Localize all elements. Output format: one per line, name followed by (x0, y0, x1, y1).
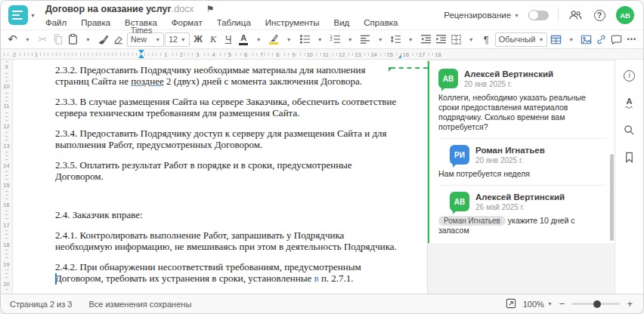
comment-body: Коллеги, необходимо указать реальные сро… (438, 93, 605, 132)
ruler-label: 14 (2, 162, 11, 170)
align-left-button[interactable] (358, 32, 373, 48)
table-dropdown[interactable]: ▼ (564, 32, 578, 48)
numbered-list-button[interactable]: 1 2 (328, 32, 342, 48)
line-spacing-button[interactable] (389, 32, 403, 48)
comments-panel: АВ Алексей Вертинский 20 янв 2025 г. Кол… (428, 60, 615, 294)
spellcheck-icon[interactable]: А (621, 94, 638, 111)
decrease-indent-button[interactable] (419, 32, 433, 48)
ruler-label: 6 (243, 51, 249, 58)
zoom-slider-knob[interactable] (593, 300, 601, 308)
ruler-label: 20 (2, 281, 11, 288)
undo-dropdown[interactable]: ▼ (20, 32, 35, 48)
ruler-label: 2 (178, 51, 184, 58)
show-formatting-marks-button[interactable]: ¶ (479, 32, 494, 48)
ruler-label: 16 (2, 202, 11, 209)
clear-style-eraser-icon[interactable] (111, 32, 125, 48)
borders-dropdown[interactable]: ▼ (464, 32, 478, 48)
document-text[interactable]: 2.3.2. Предоставить Подрядчику необходим… (13, 60, 427, 284)
ruler-label: 9 (291, 51, 297, 58)
ruler-label: 2 (11, 51, 17, 58)
bold-button[interactable]: Ж (191, 32, 206, 48)
menu-item[interactable]: Файл (45, 18, 67, 27)
comment-date: 20 янв 2025 г. (464, 80, 553, 88)
ruler-label: 18 (2, 242, 11, 249)
comment-body: Роман Игнатьев укажите 10 дней с запасом (438, 216, 605, 236)
help-icon[interactable]: ? (592, 8, 607, 23)
ruler-label: 3 (194, 51, 200, 58)
more-toolbar-button[interactable]: ••• (624, 32, 639, 48)
copy-button[interactable] (51, 32, 65, 48)
paragraph-style-select[interactable]: Обычный▼ (495, 32, 548, 47)
comment-thread-card[interactable]: АВ Алексей Вертинский 20 янв 2025 г. Кол… (428, 61, 615, 243)
text-run: позднее (131, 75, 163, 87)
highlight-color-button[interactable] (267, 32, 281, 48)
comments-list: АВ Алексей Вертинский 20 янв 2025 г. Кол… (438, 69, 605, 236)
text-run: 2.3.3. В случае размещения Сайта на серв… (55, 96, 396, 119)
user-avatar[interactable]: АВ (616, 6, 634, 24)
font-name-select[interactable]: Times New ...▼ (127, 32, 164, 47)
increase-indent-button[interactable] (434, 32, 448, 48)
bullet-list-button[interactable] (298, 32, 312, 48)
ruler-label: 15 (385, 51, 395, 58)
review-toggle[interactable] (528, 11, 549, 20)
italic-button[interactable]: К (206, 32, 221, 48)
paste-button[interactable] (66, 32, 80, 48)
left-indent-marker[interactable] (138, 54, 144, 58)
comment-anchor-connector (391, 67, 428, 69)
insert-link-button[interactable] (594, 32, 608, 48)
line-spacing-dropdown[interactable]: ▼ (404, 32, 418, 48)
font-color-button[interactable]: А (237, 32, 251, 48)
align-dropdown[interactable]: ▼ (373, 32, 388, 48)
undo-button[interactable]: ↶ (5, 32, 20, 48)
font-size-select[interactable]: 12▼ (165, 32, 190, 47)
paragraph: 2.3.2. Предоставить Подрядчику необходим… (55, 64, 400, 87)
comments-scrollbar[interactable] (610, 154, 614, 241)
paragraph-borders-button[interactable] (449, 32, 463, 48)
fit-to-width-icon[interactable] (506, 298, 516, 310)
zoom-slider[interactable] (571, 303, 620, 305)
highlight-color-dropdown[interactable]: ▼ (282, 32, 296, 48)
insert-table-button[interactable] (549, 32, 563, 48)
numbered-list-dropdown[interactable]: ▼ (343, 32, 358, 48)
comment-text-part: Коллеги, необходимо указать реальные сро… (438, 93, 586, 131)
ruler-label: 18 (433, 51, 442, 58)
review-mode-button[interactable]: Рецензирование ▼ (444, 11, 519, 20)
ruler-label: 17 (2, 222, 11, 229)
app-menu-button[interactable]: ▼ (8, 5, 36, 25)
chevron-down-icon: ▼ (514, 13, 519, 18)
insert-image-button[interactable] (579, 32, 593, 48)
page-indicator[interactable]: Страница 2 из 3 (10, 300, 72, 309)
main-area: 91011121314151617181920 2.3.2. Предостав… (1, 60, 643, 294)
first-line-indent-marker[interactable] (138, 50, 144, 54)
ruler-label: 7 (259, 51, 265, 58)
add-comment-button[interactable] (609, 32, 624, 48)
app-logo-icon (8, 5, 28, 25)
collaboration-users-icon[interactable] (568, 8, 583, 23)
svg-text:2: 2 (330, 37, 332, 42)
bullet-list-dropdown[interactable]: ▼ (313, 32, 327, 48)
comment[interactable]: АВ Алексей Вертинский 20 янв 2025 г. Кол… (438, 69, 605, 132)
bookmark-icon[interactable] (621, 149, 638, 165)
comment[interactable]: АВ Алексей Вертинский 26 май 2025 г. Ром… (438, 185, 605, 236)
zoom-out-button[interactable]: − (559, 299, 565, 309)
paste-dropdown[interactable]: ▼ (81, 32, 95, 48)
format-painter-icon[interactable] (96, 32, 110, 48)
comment-avatar: РИ (450, 145, 469, 165)
search-icon[interactable] (621, 122, 638, 138)
zoom-level-select[interactable]: 100% ▼ (523, 300, 553, 309)
document-page[interactable]: 2.3.2. Предоставить Подрядчику необходим… (13, 60, 428, 294)
info-icon[interactable]: i (621, 67, 638, 84)
menu-item[interactable]: Таблица (217, 18, 251, 27)
font-color-dropdown[interactable]: ▼ (252, 32, 266, 48)
menu-item[interactable]: Правка (81, 18, 110, 27)
zoom-in-button[interactable]: + (627, 299, 633, 309)
comment[interactable]: РИ Роман Игнатьев 20 янв 2025 г. Нам пот… (438, 138, 605, 179)
divider (558, 9, 559, 21)
flag-icon[interactable]: ⚑ (206, 4, 215, 14)
cut-button[interactable]: ✂ (36, 32, 50, 48)
menu-item[interactable]: Инструменты (265, 18, 320, 27)
underline-button[interactable]: Ч (221, 32, 236, 48)
menu-item[interactable]: Формат (172, 18, 203, 27)
menu-item[interactable]: Справка (364, 18, 398, 27)
menu-item[interactable]: Вид (334, 18, 350, 27)
